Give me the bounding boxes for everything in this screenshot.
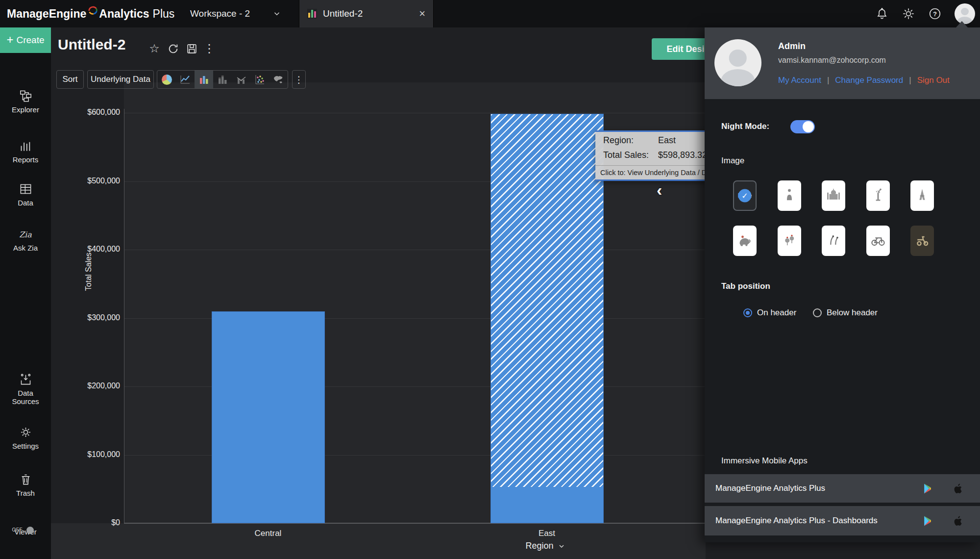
chart-type-line-icon[interactable] [176,71,195,88]
taj-mahal-art [825,185,842,206]
create-button[interactable]: + Create [0,27,51,53]
favorite-star-icon[interactable]: ☆ [147,41,162,56]
ask-zia-icon: Zia [18,234,33,242]
image-thumb-statue-of-liberty[interactable] [866,180,890,211]
workspace-selector[interactable]: Workspace - 2 [190,0,281,27]
chart-type-combo-icon[interactable] [232,71,250,88]
mouse-cursor: ‹ [657,180,662,200]
sidebar-item-label: Settings [4,442,47,450]
chart-type-bar-icon[interactable] [195,71,213,88]
app-label: ManageEngine Analytics Plus - Dashboards [715,516,920,526]
x-tick-label: Central [219,529,317,538]
chart-type-scatter-icon[interactable] [250,71,269,88]
image-section-label: Image [721,156,744,166]
tooltip-sales-label: Total Sales: [603,150,658,160]
statue-of-liberty-art [871,185,885,206]
sidebar-item-data-sources[interactable]: Data Sources [0,373,51,406]
trash-icon [19,479,32,487]
brand-logo: ManageEngine Analytics Plus [7,0,174,27]
sidebar-item-data[interactable]: Data [0,182,51,207]
bicycle-art [869,230,887,252]
image-thumb-taj-mahal[interactable] [822,180,845,211]
sidebar-item-label: Data [4,199,47,207]
image-thumb-bicycle[interactable] [866,226,890,256]
settings-gear-icon[interactable] [902,7,915,21]
link-my-account[interactable]: My Account [778,76,821,85]
app-row-0[interactable]: ManageEngine Analytics Plus [705,474,980,503]
gridline [124,181,706,182]
google-play-icon[interactable] [920,481,935,496]
image-thumb-scooter[interactable] [910,226,934,256]
sidebar-item-explorer[interactable]: Explorer [0,89,51,114]
sidebar-item-trash[interactable]: Trash [0,473,51,497]
app-row-1[interactable]: ManageEngine Analytics Plus - Dashboards [705,506,980,535]
tab-close-icon[interactable]: × [419,8,425,19]
sidebar-item-settings[interactable]: Settings [0,426,51,450]
refresh-icon[interactable] [166,41,180,56]
tab-untitled-2[interactable]: Untitled-2 × [299,0,434,27]
bar-chart-icon [307,9,317,19]
bar-central[interactable] [212,311,325,523]
chart-type-stacked-bar-icon[interactable] [213,71,232,88]
radio-label: Below header [827,308,878,318]
roosters-art [781,230,798,252]
toolbar-more-kebab-icon[interactable]: ⋮ [292,70,306,89]
image-thumb-none[interactable]: None✓ [733,180,757,211]
image-thumb-eiffel-tower[interactable] [910,180,934,211]
y-axis-line [124,109,124,523]
user-avatar-large [714,39,761,86]
x-axis-title[interactable]: Region [496,541,594,551]
save-icon[interactable] [184,41,199,56]
tooltip-region-label: Region: [603,135,658,146]
link-change-password[interactable]: Change Password [835,76,903,85]
sidebar-item-label: Reports [4,155,47,164]
notifications-bell-icon[interactable] [875,7,889,21]
night-mode-toggle[interactable] [790,120,815,133]
scooter-art [913,230,931,252]
link-sign-out[interactable]: Sign Out [917,76,950,85]
bar-east[interactable] [490,114,604,523]
sidebar-item-ask-zia[interactable]: ZiaAsk Zia [0,228,51,252]
gridline [124,250,706,250]
sidebar: + Create ExplorerReportsDataZiaAsk ZiaDa… [0,27,51,559]
sidebar-item-reports[interactable]: Reports [0,139,51,164]
viewer-label: Viewer [0,528,51,536]
radio-on-header[interactable]: On header [743,308,796,318]
user-panel: Admin vamsi.kannam@zohocorp.com My Accou… [705,27,980,542]
data-icon [19,189,32,197]
help-icon[interactable]: ? [928,7,942,21]
image-thumb-statue[interactable] [778,180,801,211]
underlying-data-button[interactable]: Underlying Data [87,70,154,89]
radio-label: On header [757,308,796,318]
apple-app-store-icon[interactable] [951,481,965,496]
chart-type-map-icon[interactable] [269,71,288,88]
gridline [124,113,706,113]
chart-type-pie-icon[interactable] [157,71,176,88]
google-play-icon[interactable] [920,513,935,528]
app-label: ManageEngine Analytics Plus [715,483,920,493]
sidebar-item-viewer[interactable]: OFF Viewer [0,526,51,536]
y-tick-label: $100,000 [59,450,120,459]
report-title: Untitled-2 [58,36,125,53]
settings-icon [19,432,32,440]
cranes-art [825,230,842,252]
data-sources-icon [19,379,32,387]
tooltip-region-value: East [658,135,676,146]
image-thumb-roosters[interactable] [778,226,801,256]
y-tick-label: $0 [59,518,120,527]
create-label: Create [16,35,44,46]
apple-app-store-icon[interactable] [951,513,965,528]
account-links: My Account|Change Password|Sign Out [778,76,950,85]
brand-manageengine: ManageEngine [7,7,86,21]
x-axis-title-label: Region [525,541,553,551]
viewer-toggle-state: OFF [12,527,23,533]
y-tick-label: $200,000 [59,381,120,390]
radio-below-header[interactable]: Below header [813,308,878,318]
sort-button[interactable]: Sort [56,70,84,89]
image-thumb-cranes[interactable] [822,226,845,256]
sidebar-item-label: Ask Zia [4,244,47,252]
user-panel-header: Admin vamsi.kannam@zohocorp.com My Accou… [705,27,980,99]
radio-circle-icon [813,308,822,317]
more-options-kebab-icon[interactable]: ⋮ [202,41,217,56]
image-thumb-elephant[interactable] [733,226,757,256]
